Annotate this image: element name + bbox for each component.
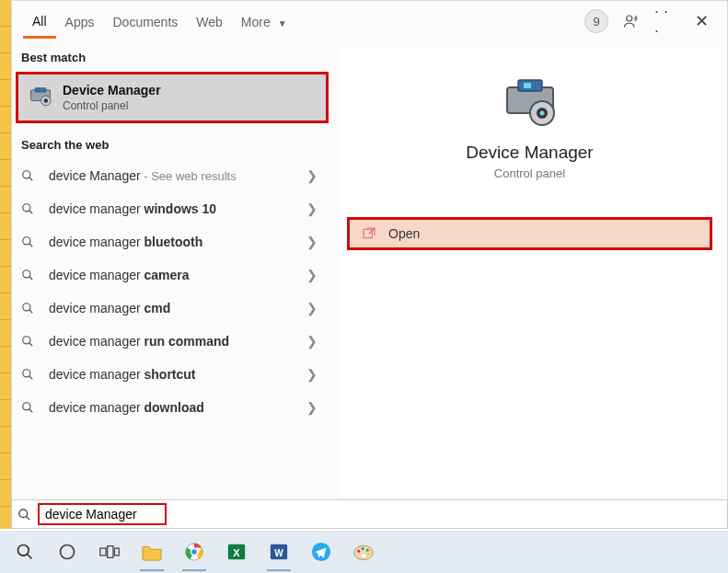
chevron-down-icon: ▼: [278, 18, 287, 29]
tab-all[interactable]: All: [23, 5, 56, 39]
search-icon: [21, 368, 38, 381]
svg-point-0: [627, 16, 632, 21]
search-panel: All Apps Documents Web More ▼ 9 · · · ✕ …: [11, 0, 728, 529]
svg-rect-24: [108, 546, 113, 558]
search-icon: [21, 202, 38, 215]
best-match-header: Best match: [12, 41, 332, 70]
web-result-label: device manager windows 10: [49, 201, 301, 216]
open-action-label: Open: [388, 226, 420, 241]
best-match-title: Device Manager: [63, 83, 161, 97]
tab-more-label: More: [241, 15, 271, 29]
open-icon: [361, 225, 377, 242]
taskbar-excel-icon[interactable]: X: [215, 531, 258, 573]
web-result-label: device manager camera: [49, 268, 301, 282]
svg-point-22: [61, 545, 75, 559]
tabs-row: All Apps Documents Web More ▼ 9 · · · ✕: [12, 1, 727, 41]
detail-subtitle: Control panel: [340, 166, 720, 180]
best-match-result[interactable]: Device Manager Control panel: [16, 72, 329, 123]
search-bar[interactable]: device Manager: [11, 499, 728, 529]
svg-point-10: [23, 337, 30, 344]
svg-rect-15: [524, 83, 531, 88]
search-icon: [21, 269, 38, 281]
web-result[interactable]: device manager bluetooth❯: [12, 225, 332, 258]
taskbar-file-explorer-icon[interactable]: [131, 531, 173, 573]
notification-badge[interactable]: 9: [584, 9, 608, 33]
search-icon: [21, 169, 38, 182]
chevron-right-icon: ❯: [301, 301, 323, 315]
web-result[interactable]: device manager run command❯: [12, 325, 332, 358]
taskbar-word-icon[interactable]: W: [258, 531, 300, 573]
panel-body: Best match Device Manager Control panel …: [12, 41, 727, 528]
taskbar-telegram-icon[interactable]: [300, 531, 342, 573]
web-result-label: device Manager - See web results: [49, 168, 301, 183]
web-result[interactable]: device manager download❯: [12, 391, 332, 424]
tab-web[interactable]: Web: [187, 6, 232, 37]
feedback-icon[interactable]: [621, 11, 641, 31]
search-icon: [21, 235, 38, 248]
search-icon: [17, 508, 34, 521]
svg-point-18: [539, 111, 544, 116]
svg-rect-2: [35, 88, 46, 93]
device-manager-icon: [28, 85, 53, 110]
svg-point-29: [191, 549, 197, 555]
more-options-icon[interactable]: · · ·: [654, 11, 675, 31]
web-result-label: device manager bluetooth: [49, 235, 301, 249]
svg-point-8: [23, 270, 30, 278]
web-result[interactable]: device Manager - See web results❯: [12, 159, 332, 192]
chevron-right-icon: ❯: [301, 201, 323, 216]
search-icon: [21, 401, 38, 414]
svg-point-4: [44, 98, 49, 103]
chevron-right-icon: ❯: [301, 334, 323, 349]
svg-point-38: [366, 549, 369, 552]
taskbar-chrome-icon[interactable]: [173, 531, 215, 573]
search-icon: [21, 302, 38, 315]
background-folders-sliver: [0, 0, 11, 529]
detail-title: Device Manager: [340, 143, 720, 163]
svg-rect-23: [100, 548, 106, 556]
svg-point-11: [23, 370, 30, 377]
svg-point-40: [361, 555, 365, 557]
tab-documents[interactable]: Documents: [103, 6, 187, 37]
device-manager-large-icon: [502, 76, 559, 130]
chevron-right-icon: ❯: [301, 400, 323, 415]
chevron-right-icon: ❯: [301, 235, 323, 249]
web-result-label: device manager cmd: [49, 301, 301, 315]
svg-point-37: [362, 547, 364, 550]
taskbar: X W: [0, 531, 728, 573]
web-result[interactable]: device manager cmd❯: [12, 292, 332, 325]
web-result[interactable]: device manager camera❯: [12, 258, 332, 292]
search-icon: [21, 335, 38, 348]
svg-point-36: [357, 550, 360, 553]
web-result-label: device manager download: [49, 400, 301, 415]
close-button[interactable]: ✕: [688, 7, 716, 35]
search-input[interactable]: device Manager: [38, 503, 167, 525]
svg-point-12: [23, 403, 30, 410]
tab-more[interactable]: More ▼: [232, 6, 296, 37]
chevron-right-icon: ❯: [301, 268, 323, 282]
svg-text:X: X: [233, 547, 240, 558]
taskbar-cortana-icon[interactable]: [46, 531, 88, 573]
search-web-header: Search the web: [12, 129, 332, 157]
svg-rect-19: [364, 229, 372, 237]
svg-point-20: [19, 509, 28, 517]
web-result[interactable]: device manager shortcut❯: [12, 358, 332, 391]
taskbar-paint-icon[interactable]: [342, 531, 385, 573]
svg-point-9: [23, 304, 30, 311]
detail-column: Device Manager Control panel Open: [340, 49, 720, 521]
svg-rect-25: [115, 548, 120, 556]
chevron-right-icon: ❯: [301, 367, 323, 382]
web-result[interactable]: device manager windows 10❯: [12, 192, 332, 225]
taskbar-search-icon[interactable]: [4, 531, 46, 573]
svg-point-7: [23, 237, 30, 245]
chevron-right-icon: ❯: [301, 168, 323, 183]
results-column: Best match Device Manager Control panel …: [12, 41, 332, 528]
web-result-label: device manager run command: [49, 334, 301, 349]
tab-apps[interactable]: Apps: [56, 6, 104, 37]
best-match-subtitle: Control panel: [63, 99, 161, 112]
taskbar-taskview-icon[interactable]: [88, 531, 131, 573]
open-action[interactable]: Open: [347, 217, 712, 250]
svg-point-5: [23, 171, 30, 178]
web-result-label: device manager shortcut: [49, 367, 301, 382]
svg-point-21: [18, 545, 29, 556]
svg-point-39: [367, 553, 370, 556]
